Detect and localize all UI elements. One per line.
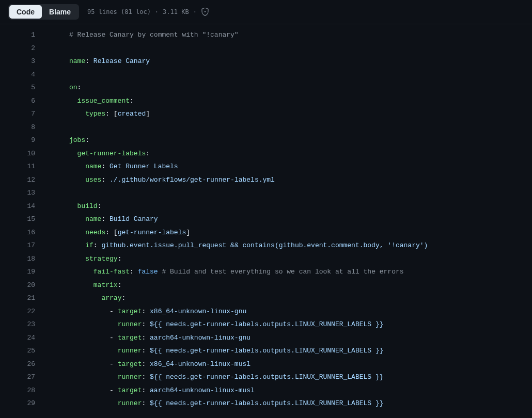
svg-point-0 xyxy=(205,11,206,12)
line-number[interactable]: 6 xyxy=(0,94,35,108)
shield-icon[interactable] xyxy=(201,8,209,16)
file-size: 3.11 KB xyxy=(163,8,189,15)
code-line: issue_comment: xyxy=(46,94,532,108)
file-lines: 95 lines (81 loc) xyxy=(87,8,151,15)
line-number[interactable]: 25 xyxy=(0,344,35,358)
line-number[interactable]: 11 xyxy=(0,160,35,173)
separator: · xyxy=(193,8,197,15)
code-line: runner: ${{ needs.get-runner-labels.outp… xyxy=(46,344,532,358)
code-line: matrix: xyxy=(46,279,532,292)
line-number[interactable]: 3 xyxy=(0,55,35,68)
line-number[interactable]: 15 xyxy=(0,213,35,226)
line-number[interactable]: 27 xyxy=(0,371,35,384)
code-line: array: xyxy=(46,292,532,305)
file-toolbar: Code Blame 95 lines (81 loc) · 3.11 KB · xyxy=(0,0,532,24)
code-line xyxy=(46,121,532,134)
code-line: needs: [get-runner-labels] xyxy=(46,226,532,239)
line-number[interactable]: 17 xyxy=(0,239,35,252)
line-number[interactable]: 24 xyxy=(0,331,35,345)
code-area: 1234567891011121314151617181920212223242… xyxy=(0,24,532,410)
line-number[interactable]: 2 xyxy=(0,42,35,55)
tab-group: Code Blame xyxy=(8,4,79,20)
line-number[interactable]: 14 xyxy=(0,200,35,213)
code-line: fail-fast: false # Build and test everyt… xyxy=(46,265,532,279)
line-number[interactable]: 12 xyxy=(0,173,35,187)
code-line: name: Get Runner Labels xyxy=(46,160,532,173)
code-line: get-runner-labels: xyxy=(46,147,532,160)
separator: · xyxy=(155,8,159,15)
tab-blame[interactable]: Blame xyxy=(42,5,78,19)
line-number[interactable]: 19 xyxy=(0,265,35,279)
line-number[interactable]: 7 xyxy=(0,107,35,121)
line-number[interactable]: 20 xyxy=(0,279,35,292)
line-number[interactable]: 5 xyxy=(0,81,35,94)
code-line: if: github.event.issue.pull_request && c… xyxy=(46,239,532,252)
tab-code[interactable]: Code xyxy=(9,5,42,19)
line-number[interactable]: 16 xyxy=(0,226,35,239)
line-number[interactable]: 1 xyxy=(0,28,35,42)
code-line: name: Build Canary xyxy=(46,213,532,226)
code-line: runner: ${{ needs.get-runner-labels.outp… xyxy=(46,371,532,384)
line-number[interactable]: 21 xyxy=(0,292,35,305)
code-line xyxy=(46,42,532,55)
code-line: name: Release Canary xyxy=(46,55,532,68)
code-line: jobs: xyxy=(46,134,532,147)
code-line: on: xyxy=(46,81,532,94)
file-info: 95 lines (81 loc) · 3.11 KB · xyxy=(87,8,209,16)
line-number-gutter: 1234567891011121314151617181920212223242… xyxy=(0,28,46,410)
line-number[interactable]: 18 xyxy=(0,252,35,266)
code-line: runner: ${{ needs.get-runner-labels.outp… xyxy=(46,318,532,331)
code-line: - target: x86_64-unknown-linux-gnu xyxy=(46,305,532,318)
code-line: - target: x86_64-unknown-linux-musl xyxy=(46,358,532,371)
line-number[interactable]: 29 xyxy=(0,397,35,410)
line-number[interactable]: 10 xyxy=(0,147,35,160)
code-line xyxy=(46,68,532,82)
code-line: types: [created] xyxy=(46,107,532,121)
line-number[interactable]: 9 xyxy=(0,134,35,147)
line-number[interactable]: 26 xyxy=(0,358,35,371)
code-line: runner: ${{ needs.get-runner-labels.outp… xyxy=(46,397,532,410)
line-number[interactable]: 23 xyxy=(0,318,35,331)
line-number[interactable]: 8 xyxy=(0,121,35,134)
code-line: build: xyxy=(46,200,532,213)
code-line: - target: aarch64-unknown-linux-musl xyxy=(46,384,532,397)
code-line: uses: ./.github/workflows/get-runner-lab… xyxy=(46,173,532,187)
line-number[interactable]: 13 xyxy=(0,186,35,200)
code-content[interactable]: # Release Canary by comment with "!canar… xyxy=(46,28,532,410)
line-number[interactable]: 28 xyxy=(0,384,35,397)
line-number[interactable]: 4 xyxy=(0,68,35,82)
code-line: - target: aarch64-unknown-linux-gnu xyxy=(46,331,532,345)
code-line xyxy=(46,186,532,200)
code-line: strategy: xyxy=(46,252,532,266)
line-number[interactable]: 22 xyxy=(0,305,35,318)
code-line: # Release Canary by comment with "!canar… xyxy=(46,28,532,42)
